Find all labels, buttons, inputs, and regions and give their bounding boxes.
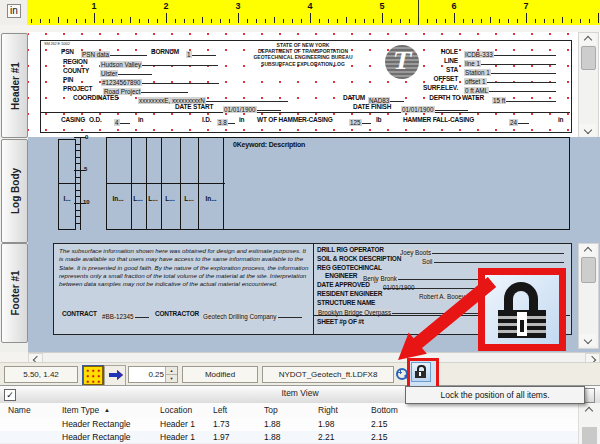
sta-label: STA [388, 66, 458, 73]
county-field[interactable]: Ulster [100, 67, 152, 75]
ruler-tick [211, 19, 212, 23]
magnifier-plus [400, 370, 401, 374]
ruler-tick [148, 19, 149, 23]
tab-footer-1[interactable]: Footer #1 [1, 243, 28, 343]
offset-field[interactable]: offset 1 [464, 75, 556, 83]
coordinates-field[interactable]: xxxxxxxxE, xxxxxxxxxN [138, 94, 288, 102]
psn-field[interactable]: PSN data [81, 48, 147, 56]
column-header-location[interactable]: Location [160, 403, 192, 417]
tab-header-1[interactable]: Header #1 [1, 33, 28, 138]
chevron-up-icon [585, 407, 593, 415]
date-finish-field[interactable]: 01/01/1900 [401, 103, 468, 111]
soil-rock-field[interactable]: Soil [421, 255, 564, 263]
cell-top: 1.88 [264, 418, 281, 430]
hole-field[interactable]: ICDB-333 [464, 48, 556, 56]
wt-hammer-field[interactable]: 125 [349, 116, 371, 124]
sort-asc-icon: ▲ [104, 403, 110, 417]
cell-item-type: Header Rectangle [62, 418, 131, 430]
depth-major-tick [74, 137, 86, 138]
lock-keyhole-bar [520, 320, 524, 332]
ruler-tick [193, 19, 194, 23]
tooltip: Lock the position of all items. [405, 386, 585, 404]
ruler-tick [571, 19, 572, 23]
header-scroll-up-button[interactable] [579, 33, 596, 45]
column-header-item-type[interactable]: Item Type [62, 403, 99, 417]
footer-scrollbar[interactable] [578, 243, 599, 349]
sta-field[interactable]: Station 1 [464, 66, 556, 74]
bornum-field[interactable]: 1 [186, 48, 216, 56]
column-header-right[interactable]: Right [318, 403, 338, 417]
header-design-canvas[interactable]: SM 262 E 10/02 PSN PSN data BORNUM 1 REG… [28, 32, 600, 137]
column-header-left[interactable]: Left [213, 403, 227, 417]
footer-scroll-down-button[interactable] [579, 334, 596, 346]
column-header-top[interactable]: Top [264, 403, 278, 417]
lock-icon [498, 282, 546, 338]
depth-minor-tick [76, 223, 80, 224]
ruler-tick [139, 19, 140, 23]
lock-items-button[interactable] [411, 362, 431, 382]
ruler-tick [382, 13, 383, 23]
footer-scroll-up-button[interactable] [579, 244, 596, 256]
header-scrollbar[interactable] [578, 32, 599, 139]
date-start-field[interactable]: 01/01/1900 [223, 103, 281, 111]
resident-engineer-value: Robert A. Booey [418, 293, 466, 300]
wt-hammer-value: 125 [349, 119, 362, 126]
ruler-tick [58, 17, 59, 23]
table-row[interactable]: Header Rectangle Header 1 1.97 1.88 2.21… [0, 431, 578, 444]
pin-field[interactable]: #1234567890 [101, 76, 219, 84]
ruler-tick [256, 19, 257, 23]
ruler-tick [454, 13, 455, 23]
drill-rig-operator-field[interactable]: Joey Boots [399, 246, 564, 254]
snap-grid-toggle-button[interactable] [82, 365, 104, 386]
surf-elev-field[interactable]: 0 ft AML [464, 84, 556, 92]
region-field[interactable]: Hudson Valley [100, 58, 218, 66]
ruler-number: 5 [379, 1, 384, 11]
cell-location: Header 1 [160, 431, 195, 443]
depth-minor-tick [76, 163, 80, 164]
header-scroll-thumb[interactable] [581, 46, 596, 70]
datum-label: DATUM [343, 94, 365, 101]
log-col-box-1[interactable] [58, 139, 76, 230]
column-header-name[interactable]: Name [8, 403, 31, 417]
od-field[interactable]: 4 [114, 116, 130, 124]
depth-scale-line [80, 137, 81, 230]
depth-minor-tick [76, 150, 80, 151]
column-header-bottom[interactable]: Bottom [371, 403, 398, 417]
log-body-design-canvas[interactable]: I... 0 5 10 In... L... L... L... L... In… [28, 137, 600, 241]
depth-to-water-field[interactable]: 15 ft [492, 94, 556, 102]
id-field[interactable]: 3.8 [217, 116, 235, 124]
snap-to-grid-button[interactable] [104, 365, 126, 386]
spinner-up-button[interactable]: ▲ [166, 367, 177, 374]
date-approved-value: 01/01/1900 [383, 284, 415, 291]
project-field[interactable]: Road Project [103, 85, 188, 93]
ruler-tick [103, 19, 104, 23]
od-unit: in [138, 116, 143, 123]
log-col-label-7: In... [205, 195, 216, 202]
ruler-tick [562, 17, 563, 23]
item-view-scroll-thumb[interactable] [582, 427, 597, 444]
pin-label: PIN [63, 76, 73, 83]
datum-field[interactable]: NAD83 [368, 94, 404, 102]
item-view-scrollbar[interactable] [578, 403, 600, 444]
tab-log-body[interactable]: Log Body [1, 139, 28, 243]
cell-right: 1.98 [318, 418, 335, 430]
depth-to-water-value: 15 ft [492, 97, 506, 104]
contractor-field[interactable]: Geotech Drilling Company [202, 310, 302, 318]
contract-field[interactable]: #BB-12345 [101, 310, 149, 318]
od-value: 4 [114, 119, 120, 126]
ruler-unit-box: in [0, 0, 28, 26]
grid-spacing-spinner[interactable]: 0.25 ▲ ▼ [128, 366, 178, 383]
date-finish-value: 01/01/1900 [401, 106, 435, 113]
line-field[interactable]: line 1 [464, 57, 556, 65]
ruler-tick [373, 19, 374, 23]
ruler-tick [94, 13, 95, 23]
spinner-down-button[interactable]: ▼ [166, 374, 177, 382]
hammer-fall-field[interactable]: 24 [509, 116, 529, 124]
casing-divider-line [40, 112, 570, 113]
table-row[interactable]: Header Rectangle Header 1 1.73 1.88 1.98… [0, 418, 578, 432]
header-scroll-down-button[interactable] [579, 124, 596, 136]
depth-minor-tick [76, 216, 80, 217]
od-label: O.D. [89, 116, 102, 123]
description-column[interactable] [223, 137, 570, 230]
footer-scroll-thumb[interactable] [581, 257, 596, 283]
